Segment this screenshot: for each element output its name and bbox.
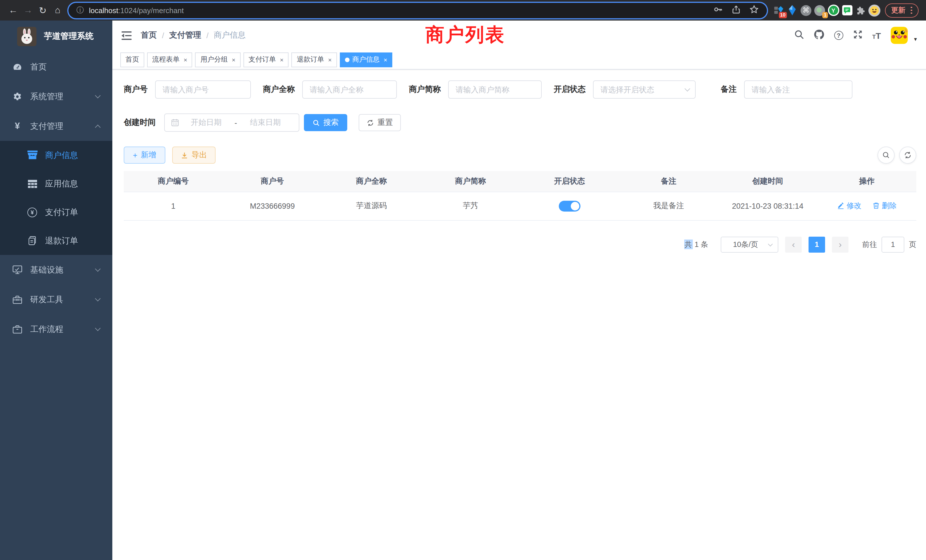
user-avatar[interactable] [891, 27, 908, 44]
page-size-select[interactable]: 10条/页 [721, 236, 778, 252]
edit-link[interactable]: 修改 [837, 201, 861, 211]
share-icon[interactable] [732, 4, 741, 16]
browser-forward-icon[interactable]: → [21, 5, 35, 15]
goto-page-input[interactable] [882, 236, 904, 252]
logo-rabbit-image [17, 27, 36, 46]
github-icon[interactable] [813, 29, 824, 42]
ext-session-icon[interactable]: 1 [814, 4, 826, 17]
url-text[interactable]: localhost:1024/pay/merchant [89, 6, 713, 15]
breadcrumb-home[interactable]: 首页 [141, 30, 157, 41]
sidebar-item-infra[interactable]: 基础设施 [0, 255, 112, 285]
tab-refund-order[interactable]: 退款订单× [292, 52, 337, 67]
refresh-button[interactable] [899, 147, 916, 163]
breadcrumb-separator: / [162, 31, 164, 40]
browser-update-button[interactable]: 更新 [885, 3, 918, 17]
cell-remark: 我是备注 [619, 192, 719, 220]
tab-merchant-info[interactable]: 商户信息× [340, 52, 393, 67]
tab-process-form[interactable]: 流程表单× [147, 52, 192, 67]
search-icon[interactable] [794, 29, 804, 41]
sidebar-item-refund[interactable]: 退款订单 [0, 226, 112, 255]
status-select[interactable] [593, 80, 696, 98]
browser-home-icon[interactable]: ⌂ [50, 5, 65, 15]
ext-tab-manager-icon[interactable]: 10 [773, 4, 785, 17]
breadcrumb-separator: / [206, 31, 209, 40]
ext-kite-icon[interactable] [786, 4, 798, 17]
browser-menu-icon[interactable] [911, 6, 912, 14]
tab-close-icon[interactable]: × [328, 56, 332, 63]
sidebar-item-system[interactable]: 系统管理 [0, 82, 112, 111]
browser-extensions: 10 ⌘ 1 Y [773, 4, 881, 17]
sidebar-item-app[interactable]: 应用信息 [0, 170, 112, 198]
fullscreen-icon[interactable] [853, 29, 862, 41]
site-info-icon[interactable]: ⓘ [76, 5, 84, 15]
page-1-button[interactable]: 1 [808, 236, 825, 252]
tab-close-icon[interactable]: × [384, 56, 387, 63]
full-name-input[interactable] [302, 80, 397, 98]
browser-toolbar: ← → ↻ ⌂ ⓘ localhost:1024/pay/merchant [0, 0, 926, 21]
date-range-picker[interactable]: 开始日期 - 结束日期 [164, 114, 300, 132]
tab-close-icon[interactable]: × [280, 56, 284, 63]
delete-link[interactable]: 删除 [872, 201, 897, 211]
col-full-name: 商户全称 [322, 171, 421, 192]
font-size-icon[interactable]: TT [872, 30, 881, 40]
filter-remark: 备注 [721, 80, 852, 98]
status-toggle[interactable] [559, 200, 581, 211]
app-logo[interactable]: 芋道管理系统 [0, 21, 112, 52]
extensions-puzzle-icon[interactable] [855, 4, 867, 17]
next-page-button[interactable]: › [832, 236, 849, 252]
reset-button[interactable]: 重置 [359, 114, 401, 131]
date-end-placeholder[interactable]: 结束日期 [238, 118, 293, 128]
tab-user-group[interactable]: 用户分组× [195, 52, 241, 67]
sidebar-item-workflow[interactable]: 工作流程 [0, 314, 112, 344]
hamburger-icon[interactable] [121, 31, 132, 39]
export-button[interactable]: 导出 [172, 147, 216, 163]
sidebar-item-merchant[interactable]: 商户信息 [0, 141, 112, 170]
tab-close-icon[interactable]: × [184, 56, 187, 63]
full-name-label: 商户全称 [263, 85, 295, 95]
sidebar-menu: 首页 系统管理 ¥ 支付管理 [0, 52, 112, 344]
merchant-no-input[interactable] [155, 80, 251, 98]
yen-circle-icon: ¥ [27, 207, 38, 217]
status-label: 开启状态 [554, 85, 586, 95]
filter-create-time: 创建时间 开始日期 - 结束日期 [124, 114, 300, 132]
bookmark-star-icon[interactable] [749, 4, 759, 16]
col-short-name: 商户简称 [421, 171, 520, 192]
chevron-down-icon [95, 296, 101, 301]
navbar-actions: ? TT ▾ [794, 27, 917, 44]
pagination: 共 1 条 10条/页 ‹ 1 › 前往 页 [124, 236, 916, 252]
browser-reload-icon[interactable]: ↻ [35, 5, 50, 16]
search-icon [312, 119, 320, 126]
dashboard-icon [12, 62, 23, 71]
tags-view-bar: 首页 流程表单× 用户分组× 支付订单× 退款订单× 商户信息× [112, 50, 926, 70]
chevron-up-icon [95, 124, 101, 130]
ext-y-icon[interactable]: Y [828, 4, 839, 17]
breadcrumb-current: 商户信息 [214, 30, 246, 41]
sidebar-item-dev[interactable]: 研发工具 [0, 285, 112, 314]
help-icon[interactable]: ? [834, 31, 843, 40]
ext-command-icon[interactable]: ⌘ [800, 4, 812, 17]
short-name-input[interactable] [448, 80, 542, 98]
prev-page-button[interactable]: ‹ [785, 236, 802, 252]
date-start-placeholder[interactable]: 开始日期 [179, 118, 233, 128]
avatar-caret-icon[interactable]: ▾ [914, 36, 917, 42]
ext-chat-icon[interactable] [841, 4, 853, 17]
remark-label: 备注 [721, 85, 737, 95]
sidebar-item-home[interactable]: 首页 [0, 52, 112, 82]
filter-full-name: 商户全称 [263, 80, 397, 98]
cell-full-name: 芋道源码 [322, 192, 421, 220]
browser-back-icon[interactable]: ← [6, 5, 21, 15]
hide-search-button[interactable] [878, 147, 895, 163]
breadcrumb-pay[interactable]: 支付管理 [169, 30, 201, 41]
browser-profile-avatar[interactable] [869, 4, 881, 17]
address-bar[interactable]: ⓘ localhost:1024/pay/merchant [68, 3, 767, 18]
tab-close-icon[interactable]: × [232, 56, 236, 63]
tab-home[interactable]: 首页 [120, 52, 144, 67]
tab-pay-order[interactable]: 支付订单× [244, 52, 289, 67]
add-button[interactable]: + 新增 [124, 147, 165, 163]
sidebar-item-order[interactable]: ¥ 支付订单 [0, 198, 112, 226]
remark-input[interactable] [744, 80, 852, 98]
sidebar-item-pay[interactable]: ¥ 支付管理 [0, 111, 112, 141]
col-actions: 操作 [817, 171, 917, 192]
search-button[interactable]: 搜索 [304, 114, 347, 131]
password-key-icon[interactable] [713, 4, 723, 16]
